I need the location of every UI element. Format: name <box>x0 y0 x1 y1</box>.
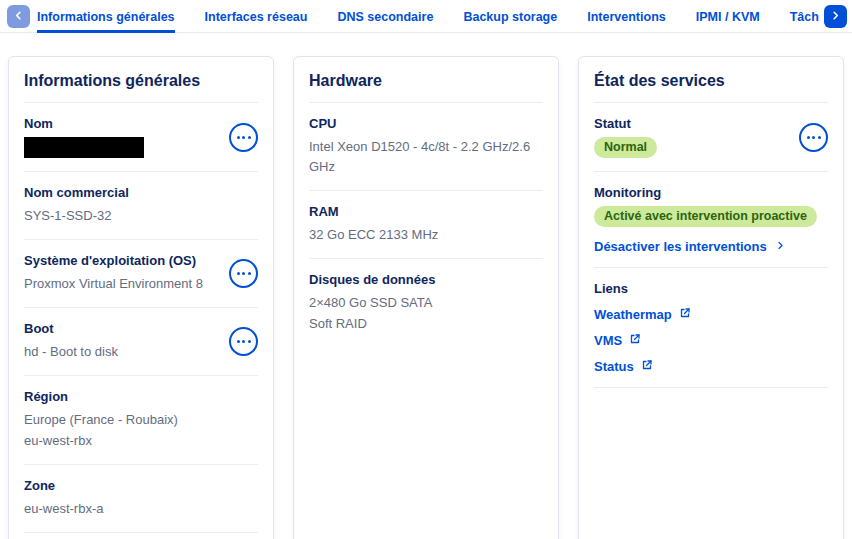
monitoring-badge: Activé avec intervention proactive <box>594 206 817 227</box>
boot-value: hd - Boot to disk <box>24 342 118 362</box>
weathermap-link-label: Weathermap <box>594 307 672 322</box>
tab-interventions[interactable]: Interventions <box>587 0 666 33</box>
field-ram: RAM 32 Go ECC 2133 MHz <box>309 191 543 259</box>
boot-actions-menu-button[interactable] <box>229 327 258 356</box>
os-value: Proxmox Virtual Environment 8 <box>24 274 203 294</box>
services-card-empty-area <box>594 388 828 539</box>
os-label: Système d'exploitation (OS) <box>24 253 203 268</box>
services-card-title: État des services <box>594 57 828 103</box>
ellipsis-icon <box>237 340 251 343</box>
nom-commercial-value: SYS-1-SSD-32 <box>24 206 129 226</box>
tabs-scroll-right-button[interactable] <box>824 5 847 28</box>
boot-label: Boot <box>24 321 118 336</box>
chevron-right-icon <box>830 9 841 24</box>
disques-label: Disques de données <box>309 272 435 287</box>
vms-link-label: VMS <box>594 333 622 348</box>
general-card-title: Informations générales <box>24 57 258 103</box>
nom-actions-menu-button[interactable] <box>229 123 258 152</box>
statut-label: Statut <box>594 116 657 131</box>
field-zone: Zone eu-west-rbx-a <box>24 465 258 533</box>
region-value-line1: Europe (France - Roubaix) <box>24 410 178 430</box>
status-link[interactable]: Status <box>594 359 691 374</box>
disable-interventions-label: Désactiver les interventions <box>594 239 767 254</box>
disable-interventions-link[interactable]: Désactiver les interventions <box>594 239 817 254</box>
field-cpu: CPU Intel Xeon D1520 - 4c/8t - 2.2 GHz/2… <box>309 103 543 191</box>
tab-dns-secondaire[interactable]: DNS secondaire <box>337 0 433 33</box>
ellipsis-icon <box>807 136 821 139</box>
field-nom: Nom <box>24 103 258 172</box>
zone-value: eu-west-rbx-a <box>24 499 103 519</box>
chevron-right-small-icon <box>776 239 785 254</box>
cpu-label: CPU <box>309 116 543 131</box>
monitoring-label: Monitoring <box>594 185 817 200</box>
nom-commercial-label: Nom commercial <box>24 185 129 200</box>
hardware-card-title: Hardware <box>309 57 543 103</box>
field-region: Région Europe (France - Roubaix) eu-west… <box>24 376 258 464</box>
general-information-card: Informations générales Nom Nom commercia… <box>8 56 274 539</box>
status-link-label: Status <box>594 359 634 374</box>
tab-informations-generales[interactable]: Informations générales <box>37 0 175 33</box>
ram-label: RAM <box>309 204 438 219</box>
field-liens: Liens Weathermap VMS Status <box>594 268 828 388</box>
nom-label: Nom <box>24 116 144 131</box>
field-datacentre: Datacentre RBX7 <box>24 533 258 539</box>
ram-value: 32 Go ECC 2133 MHz <box>309 225 438 245</box>
field-monitoring: Monitoring Activé avec intervention proa… <box>594 172 828 268</box>
chevron-left-icon <box>13 9 24 24</box>
ellipsis-icon <box>237 136 251 139</box>
statut-badge: Normal <box>594 137 657 158</box>
tab-ipmi-kvm[interactable]: IPMI / KVM <box>696 0 760 33</box>
region-label: Région <box>24 389 178 404</box>
nom-value-redacted <box>24 137 144 158</box>
tab-bar: Informations générales Interfaces réseau… <box>0 0 852 33</box>
external-link-icon <box>629 333 641 348</box>
cpu-value: Intel Xeon D1520 - 4c/8t - 2.2 GHz/2.6 G… <box>309 137 543 177</box>
field-boot: Boot hd - Boot to disk <box>24 308 258 376</box>
vms-link[interactable]: VMS <box>594 333 691 348</box>
field-nom-commercial: Nom commercial SYS-1-SSD-32 <box>24 172 258 240</box>
weathermap-link[interactable]: Weathermap <box>594 307 691 322</box>
field-os: Système d'exploitation (OS) Proxmox Virt… <box>24 240 258 308</box>
services-status-card: État des services Statut Normal Monitori… <box>578 56 844 539</box>
statut-actions-menu-button[interactable] <box>799 123 828 152</box>
dashboard-cards: Informations générales Nom Nom commercia… <box>0 33 852 539</box>
tabs-scroll-left-button[interactable] <box>7 5 30 28</box>
field-statut: Statut Normal <box>594 103 828 172</box>
hardware-card: Hardware CPU Intel Xeon D1520 - 4c/8t - … <box>293 56 559 539</box>
field-disques: Disques de données 2×480 Go SSD SATA Sof… <box>309 259 543 346</box>
ellipsis-icon <box>237 272 251 275</box>
os-actions-menu-button[interactable] <box>229 259 258 288</box>
tab-list: Informations générales Interfaces réseau… <box>37 0 819 33</box>
disques-value-line2: Soft RAID <box>309 314 435 334</box>
liens-label: Liens <box>594 281 691 296</box>
region-value-line2: eu-west-rbx <box>24 431 178 451</box>
external-link-icon <box>641 359 653 374</box>
tab-taches[interactable]: Tâch <box>790 0 819 33</box>
tab-backup-storage[interactable]: Backup storage <box>463 0 557 33</box>
external-link-icon <box>679 307 691 322</box>
disques-value-line1: 2×480 Go SSD SATA <box>309 293 435 313</box>
zone-label: Zone <box>24 478 103 493</box>
tab-interfaces-reseau[interactable]: Interfaces réseau <box>205 0 308 33</box>
